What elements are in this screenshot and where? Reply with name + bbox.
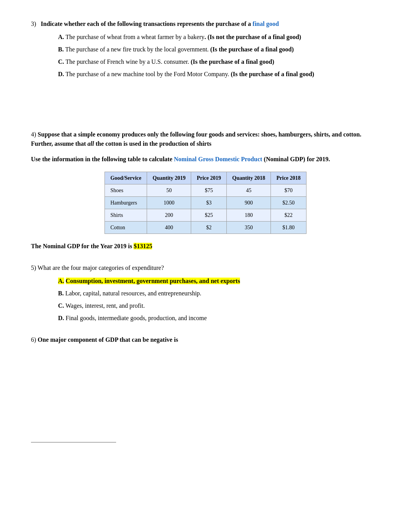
q3-c-bold: (Is the purchase of a final good): [189, 58, 274, 65]
q5-a-text: Consumption, investment, government purc…: [66, 278, 240, 284]
q3-b-bold: (Is the purchase of a final good): [209, 46, 294, 53]
col-header-price-2018: Price 2019: [191, 172, 227, 184]
row-shoes-price2018: $70: [271, 184, 307, 197]
q3-answer-a: A. The purchase of wheat from a wheat fa…: [54, 32, 380, 42]
q4-sub-highlight: Nominal Gross Domestic Product: [174, 156, 262, 162]
row-cotton-price2019: $2: [191, 222, 227, 234]
q5-c-label: C.: [58, 302, 64, 309]
row-cotton-qty2018: 350: [227, 222, 271, 234]
row-shirts-price2019: $25: [191, 209, 227, 222]
q3-answer-list: A. The purchase of wheat from a wheat fa…: [31, 32, 380, 79]
row-hamburgers-qty2018: 900: [227, 197, 271, 209]
row-shirts-price2018: $22: [271, 209, 307, 222]
q5-body: What are the four major categories of ex…: [38, 264, 164, 271]
q5-c-text: Wages, interest, rent, and profit.: [65, 302, 145, 309]
q3-a-text: The purchase of wheat from a wheat farme…: [65, 34, 204, 40]
q3-b-label: B.: [58, 46, 64, 53]
row-cotton-label: Cotton: [105, 222, 147, 234]
q6-text: 6) One major component of GDP that can b…: [31, 335, 380, 344]
q5-number: 5): [31, 264, 36, 271]
q3-body: Indicate whether each of the following t…: [41, 20, 252, 27]
question-6: 6) One major component of GDP that can b…: [31, 335, 380, 344]
q3-d-bold: (Is the purchase of a final good): [229, 71, 314, 77]
q6-number: 6): [31, 336, 36, 343]
gdp-result-line: The Nominal GDP for the Year 2019 is $13…: [31, 242, 380, 251]
q5-text: 5) What are the four major categories of…: [31, 263, 380, 273]
q5-a-label: A.: [58, 278, 64, 284]
q3-a-label: A.: [58, 34, 64, 40]
q3-text: 3) Indicate whether each of the followin…: [31, 19, 380, 29]
question-4: 4) Suppose that a simple economy produce…: [31, 130, 380, 251]
row-shoes-price2019: $75: [191, 184, 227, 197]
q4-sub-text: Use the information in the following tab…: [31, 156, 174, 162]
spacer-2: [31, 357, 380, 396]
q4-italic: all: [87, 140, 94, 147]
q3-b-text: The purchase of a new fire truck by the …: [65, 46, 209, 53]
q5-answer-d: D. Final goods, intermediate goods, prod…: [54, 314, 380, 323]
q4-sub-after: (Nominal GDP) for 2019.: [262, 156, 330, 162]
table-header-row: Good/Service Quantity 2019 Price 2019 Qu…: [105, 172, 307, 184]
gdp-result-text: The Nominal GDP for the Year 2019 is: [31, 243, 134, 249]
row-shirts-label: Shirts: [105, 209, 147, 222]
q3-answer-b: B. The purchase of a new fire truck by t…: [54, 45, 380, 54]
table-row-shoes: Shoes 50 $75 45 $70: [105, 184, 307, 197]
q4-intro: 4) Suppose that a simple economy produce…: [31, 130, 380, 148]
spacer-1: [31, 91, 380, 130]
row-shirts-qty2018: 180: [227, 209, 271, 222]
q4-table-intro: Use the information in the following tab…: [31, 155, 380, 164]
q5-answer-a: A. Consumption, investment, government p…: [54, 276, 380, 286]
q3-d-label: D.: [58, 71, 64, 77]
q4-text-bold: Suppose that a simple economy produces o…: [31, 131, 361, 147]
q5-d-text: Final goods, intermediate goods, product…: [66, 315, 207, 321]
q5-b-text: Labor, capital, natural resources, and e…: [65, 290, 202, 297]
q3-c-label: C.: [58, 58, 64, 65]
question-5: 5) What are the four major categories of…: [31, 263, 380, 323]
row-shirts-qty2019: 200: [147, 209, 191, 222]
col-header-price-2019: Price 2018: [271, 172, 307, 184]
q3-c-text: The purchase of French wine by a U.S. co…: [65, 58, 189, 65]
q3-answer-d: D. The purchase of a new machine tool by…: [54, 70, 380, 79]
table-row-hamburgers: Hamburgers 1000 $3 900 $2.50: [105, 197, 307, 209]
q5-answer-c: C. Wages, interest, rent, and profit.: [54, 301, 380, 310]
row-shoes-qty2018: 45: [227, 184, 271, 197]
q3-answer-c: C. The purchase of French wine by a U.S.…: [54, 57, 380, 66]
q5-answer-list: A. Consumption, investment, government p…: [31, 276, 380, 323]
gdp-table: Good/Service Quantity 2019 Price 2019 Qu…: [104, 172, 307, 234]
q3-number: 3): [31, 20, 36, 27]
table-row-shirts: Shirts 200 $25 180 $22: [105, 209, 307, 222]
q5-d-label: D.: [58, 315, 64, 321]
row-hamburgers-label: Hamburgers: [105, 197, 147, 209]
row-shoes-qty2019: 50: [147, 184, 191, 197]
row-hamburgers-qty2019: 1000: [147, 197, 191, 209]
row-hamburgers-price2019: $3: [191, 197, 227, 209]
row-cotton-price2018: $1.80: [271, 222, 307, 234]
q5-b-label: B.: [58, 290, 64, 297]
row-shoes-label: Shoes: [105, 184, 147, 197]
table-row-cotton: Cotton 400 $2 350 $1.80: [105, 222, 307, 234]
question-3: 3) Indicate whether each of the followin…: [31, 19, 380, 79]
q4-number: 4): [31, 131, 36, 138]
col-header-qty-2019: Quantity 2018: [227, 172, 271, 184]
row-cotton-qty2019: 400: [147, 222, 191, 234]
answer-line: [31, 442, 116, 443]
gdp-result-value: $13125: [134, 243, 152, 249]
q5-answer-b: B. Labor, capital, natural resources, an…: [54, 289, 380, 298]
row-hamburgers-price2018: $2.50: [271, 197, 307, 209]
gdp-table-container: Good/Service Quantity 2019 Price 2019 Qu…: [31, 172, 380, 234]
col-header-qty-2018: Quantity 2019: [147, 172, 191, 184]
q3-highlight: final good: [253, 20, 279, 27]
spacer-3: [31, 396, 380, 434]
col-header-good: Good/Service: [105, 172, 147, 184]
q3-d-text: The purchase of a new machine tool by th…: [65, 71, 229, 77]
q6-body: One major component of GDP that can be n…: [38, 336, 178, 343]
q3-a-bold: . (Is not the purchase of a final good): [204, 34, 301, 40]
